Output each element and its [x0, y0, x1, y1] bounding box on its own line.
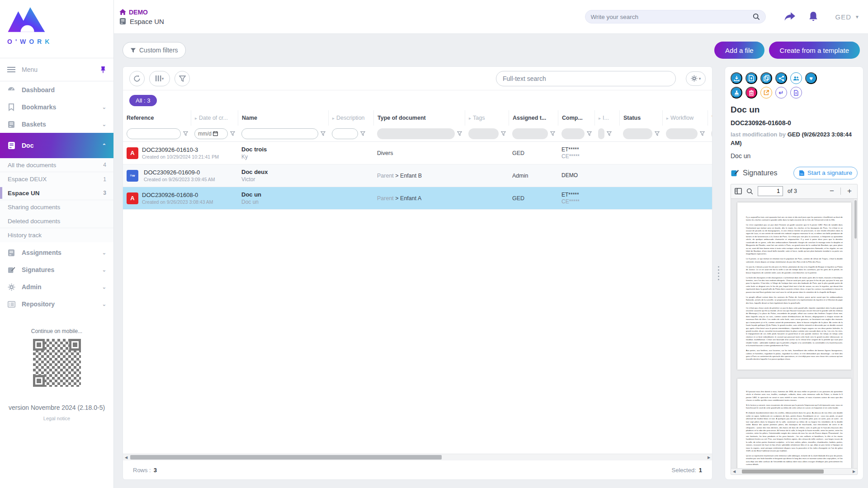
table-row[interactable]: A DOC230926-01610-3Created on 10/29/2024… [123, 142, 712, 164]
scroll-right-arrow-icon[interactable]: ▶ [851, 469, 857, 474]
filter-icon[interactable] [457, 131, 462, 136]
filter-date-input[interactable] [194, 128, 228, 139]
pdf-pages[interactable]: Il y a aujourd'hui trois cent quarante-h… [731, 199, 854, 468]
sidebar-item-repository[interactable]: Repository ⌄ [0, 296, 113, 313]
column-header-company[interactable]: Comp... [558, 110, 594, 126]
refresh-button[interactable] [129, 71, 145, 86]
find-icon[interactable] [746, 188, 753, 195]
breadcrumb-page[interactable]: Espace UN [119, 18, 164, 25]
open-external-button[interactable] [760, 87, 772, 99]
filter-button[interactable] [175, 71, 190, 86]
scroll-left-arrow-icon[interactable]: ◀ [123, 455, 129, 460]
sidebar-toggle-icon[interactable] [735, 188, 742, 194]
filter-description-input[interactable] [332, 128, 358, 139]
filter-icon[interactable] [587, 131, 592, 136]
pdf-horizontal-scrollbar[interactable]: ◀ ▶ [731, 468, 857, 474]
column-header-description[interactable]: ▸Description [328, 110, 373, 126]
sidebar-item-label: Admin [22, 283, 96, 291]
sidebar-item-assignments[interactable]: Assignments ⌄ [0, 244, 113, 261]
filter-icon[interactable] [655, 131, 660, 136]
create-template-button[interactable]: Create from a template [769, 42, 860, 59]
scrollbar-thumb[interactable] [742, 469, 824, 474]
column-header-i[interactable]: ▸I... [594, 110, 619, 126]
sidebar-item-deleted-documents[interactable]: Deleted documents [0, 214, 113, 228]
sidebar-item-admin[interactable]: Admin ⌄ [0, 278, 113, 296]
book-icon [7, 120, 15, 128]
scrollbar-thumb[interactable] [854, 200, 857, 239]
column-header-name[interactable]: Name [238, 110, 328, 126]
all-count-badge[interactable]: All : 3 [129, 95, 157, 106]
filter-icon[interactable] [501, 131, 506, 136]
sidebar-item-sharing-documents[interactable]: Sharing documents [0, 200, 113, 214]
calendar-icon[interactable] [213, 131, 218, 136]
table-row-selected[interactable]: A DOC230926-01608-0Created on 9/26/2023 … [123, 187, 712, 210]
filter-icon[interactable] [550, 131, 555, 136]
stamp-button[interactable] [731, 87, 742, 99]
copy-button[interactable] [760, 72, 772, 84]
column-header-y[interactable]: Y... [708, 110, 712, 126]
sidebar-item-espace-deux[interactable]: Espace DEUX 1 [0, 172, 113, 186]
page-number-input[interactable] [758, 186, 783, 196]
column-header-reference[interactable]: Reference [123, 110, 191, 126]
search-icon[interactable] [753, 13, 760, 20]
menu-toggle[interactable]: Menu [0, 58, 113, 81]
pdf-vertical-scrollbar[interactable] [854, 199, 857, 468]
column-header-date[interactable]: ▸Date of cr... [191, 110, 238, 126]
filter-icon[interactable] [607, 131, 612, 136]
column-header-status[interactable]: Status [619, 110, 662, 126]
legal-notice-link[interactable]: Legal notice [0, 416, 113, 421]
scroll-left-arrow-icon[interactable]: ◀ [731, 469, 737, 474]
sidebar-item-dashboard[interactable]: Dashboard [0, 81, 113, 99]
sidebar-item-bookmarks[interactable]: Bookmarks ⌄ [0, 99, 113, 116]
zoom-in-button[interactable]: + [845, 187, 854, 196]
user-menu[interactable]: GED ▼ [835, 13, 860, 21]
sidebar-item-history-track[interactable]: History track [0, 228, 113, 242]
column-header-workflow[interactable]: ▸Workflow [662, 110, 708, 126]
filter-icon[interactable] [360, 131, 365, 136]
sidebar-item-espace-un[interactable]: Espace UN 3 [0, 186, 113, 200]
start-signature-button[interactable]: Start a signature [793, 167, 858, 179]
sidebar-item-signatures[interactable]: Signatures ⌄ [0, 261, 113, 278]
download-button[interactable] [731, 72, 742, 84]
share-button[interactable] [775, 72, 787, 84]
zoom-out-button[interactable]: − [828, 187, 836, 196]
panel-resize-handle[interactable] [712, 66, 725, 480]
filter-name-input[interactable] [241, 128, 318, 139]
document-title: Doc un [731, 105, 858, 115]
scroll-right-arrow-icon[interactable]: ▶ [706, 455, 712, 460]
column-header-type[interactable]: Type of document [373, 110, 465, 126]
column-header-assigned[interactable]: Assigned t... [509, 110, 558, 126]
sidebar-item-baskets[interactable]: Baskets ⌄ [0, 116, 113, 133]
file-upload-button[interactable] [745, 72, 757, 84]
global-search-input[interactable] [591, 14, 753, 20]
sidebar-item-doc[interactable]: Doc ⌃ [0, 133, 113, 158]
add-file-button[interactable]: Add a file [714, 42, 764, 59]
filter-icon[interactable] [230, 131, 235, 136]
table-horizontal-scrollbar[interactable]: ◀ ▶ [123, 454, 712, 460]
pin-icon[interactable] [100, 66, 106, 73]
sidebar-item-all-documents[interactable]: All the documents 4 [0, 158, 113, 172]
breadcrumb-app[interactable]: DEMO [119, 9, 164, 16]
table-row[interactable]: ≡w DOC230926-01609-0Created on 9/26/2023… [123, 164, 712, 187]
filter-icon[interactable] [183, 131, 188, 136]
custom-filters-button[interactable]: Custom filters [123, 42, 186, 58]
qr-code [33, 339, 81, 387]
date-input[interactable] [198, 131, 212, 137]
assign-users-button[interactable] [790, 72, 802, 84]
delete-button[interactable] [745, 87, 757, 99]
scrollbar-thumb[interactable] [130, 455, 442, 460]
column-header-tags[interactable]: ▸Tags [465, 110, 509, 126]
columns-button[interactable]: ▾ [149, 71, 170, 86]
filter-reference-input[interactable] [127, 128, 181, 139]
table-settings-button[interactable]: ▾ [686, 71, 706, 86]
share-arrow-icon[interactable] [784, 12, 796, 22]
fulltext-search-input[interactable] [503, 75, 669, 82]
filter-icon[interactable] [321, 131, 326, 136]
bell-icon[interactable] [808, 11, 818, 22]
document-button[interactable] [790, 87, 802, 99]
favorite-button[interactable]: ♥ [805, 72, 817, 84]
submenu-label: Sharing documents [8, 204, 60, 211]
filter-icon[interactable] [700, 131, 705, 136]
return-button[interactable]: ↵ [775, 87, 787, 99]
filter-i-disabled [598, 128, 604, 139]
